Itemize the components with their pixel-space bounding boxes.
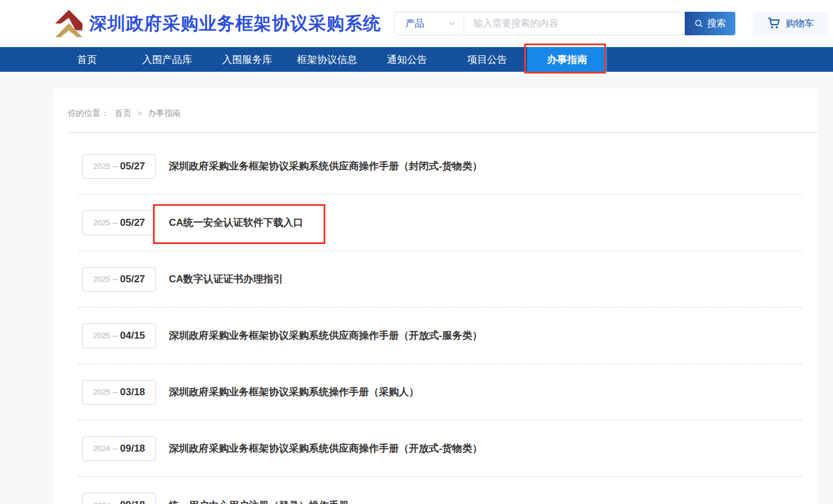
document-title-link[interactable]: 深圳政府采购业务框架协议采购系统供应商操作手册（开放式-服务类） (169, 329, 482, 342)
content-card: 你的位置： 首页 > 办事指南 2025 -- 05/27 深圳政府采购业务框架… (53, 88, 818, 504)
logo[interactable]: 深圳政府采购业务框架协议采购系统 (53, 8, 381, 39)
breadcrumb-prefix: 你的位置： (68, 108, 109, 119)
date-year: 2025 (93, 162, 110, 171)
search-button-label: 搜索 (707, 18, 726, 30)
search-input[interactable] (464, 12, 685, 35)
date-monthday: 05/27 (120, 217, 145, 229)
date-dash: -- (112, 275, 118, 283)
date-badge: 2024 -- 09/18 (82, 436, 156, 461)
list-item[interactable]: 2025 -- 05/27 CA数字认证证书办理指引 (78, 251, 802, 308)
date-dash: -- (112, 388, 118, 396)
date-monthday: 05/27 (120, 161, 145, 172)
nav-item-service-guide[interactable]: 办事指南 (527, 47, 607, 72)
date-year: 2024 (93, 501, 110, 504)
date-dash: -- (112, 162, 118, 171)
search-button[interactable]: 搜索 (685, 12, 735, 35)
content-background: 你的位置： 首页 > 办事指南 2025 -- 05/27 深圳政府采购业务框架… (0, 88, 833, 504)
top-header: 深圳政府采购业务框架协议采购系统 产品 搜索 购物车 (0, 0, 833, 47)
nav-item-framework-agreement-info[interactable]: 框架协议信息 (287, 47, 367, 72)
date-monthday: 05/27 (120, 273, 145, 285)
document-title-link[interactable]: 深圳政府采购业务框架协议采购系统操作手册（采购人） (169, 385, 419, 399)
date-dash: -- (112, 218, 118, 227)
list-item[interactable]: 2025 -- 04/15 深圳政府采购业务框架协议采购系统供应商操作手册（开放… (78, 308, 802, 364)
nav-item-notices[interactable]: 通知公告 (367, 47, 447, 72)
document-list: 2025 -- 05/27 深圳政府采购业务框架协议采购系统供应商操作手册（封闭… (78, 138, 802, 504)
date-year: 2024 (93, 444, 110, 453)
date-monthday: 03/18 (120, 386, 145, 398)
date-monthday: 04/15 (120, 330, 145, 342)
list-item[interactable]: 2025 -- 05/27 深圳政府采购业务框架协议采购系统供应商操作手册（封闭… (78, 138, 802, 195)
date-dash: -- (112, 331, 118, 340)
date-dash: -- (112, 444, 118, 453)
list-item[interactable]: 2024 -- 09/18 深圳政府采购业务框架协议采购系统供应商操作手册（开放… (78, 420, 802, 477)
date-year: 2025 (93, 331, 110, 340)
document-title-link[interactable]: 统一用户中心用户注册（登录）操作手册 (169, 499, 349, 504)
date-year: 2025 (93, 275, 110, 283)
search-category-value: 产品 (405, 18, 424, 30)
breadcrumb-home-link[interactable]: 首页 (115, 108, 131, 119)
date-monthday: 09/18 (120, 499, 145, 504)
cart-button-label: 购物车 (786, 18, 814, 30)
search-icon (694, 19, 704, 28)
document-title-link[interactable]: CA数字认证证书办理指引 (169, 272, 284, 286)
date-monthday: 09/18 (120, 443, 145, 455)
page: 深圳政府采购业务框架协议采购系统 产品 搜索 购物车 首页 入围产品库 (0, 0, 833, 504)
logo-diamond-icon (53, 8, 85, 39)
breadcrumb: 你的位置： 首页 > 办事指南 (53, 88, 818, 119)
date-dash: -- (112, 501, 118, 504)
main-nav: 首页 入围产品库 入围服务库 框架协议信息 通知公告 项目公告 办事指南 (0, 47, 833, 72)
breadcrumb-divider (68, 132, 818, 133)
search-bar: 产品 搜索 (394, 12, 735, 35)
chevron-down-icon (448, 20, 455, 27)
date-badge: 2025 -- 03/18 (82, 380, 156, 405)
date-year: 2025 (93, 388, 110, 396)
nav-item-home[interactable]: 首页 (47, 47, 127, 72)
date-badge: 2025 -- 05/27 (82, 154, 156, 179)
nav-item-shortlisted-services[interactable]: 入围服务库 (207, 47, 287, 72)
date-badge: 2025 -- 05/27 (82, 211, 156, 235)
date-badge: 2025 -- 04/15 (82, 323, 156, 348)
document-title-link[interactable]: 深圳政府采购业务框架协议采购系统供应商操作手册（开放式-货物类） (169, 442, 482, 455)
cart-button[interactable]: 购物车 (753, 12, 828, 35)
nav-item-shortlisted-products[interactable]: 入围产品库 (127, 47, 207, 72)
list-item[interactable]: 2025 -- 05/27 CA统一安全认证软件下载入口 (78, 195, 802, 251)
cart-icon (768, 18, 781, 29)
list-item[interactable]: 2024 -- 09/18 统一用户中心用户注册（登录）操作手册 (78, 477, 802, 504)
search-category-select[interactable]: 产品 (395, 12, 464, 35)
document-title-link[interactable]: CA统一安全认证软件下载入口 (169, 216, 304, 229)
breadcrumb-current: 办事指南 (148, 108, 181, 119)
date-badge: 2024 -- 09/18 (82, 493, 156, 504)
date-year: 2025 (93, 218, 110, 227)
site-title: 深圳政府采购业务框架协议采购系统 (89, 12, 381, 36)
breadcrumb-separator: > (137, 109, 142, 118)
nav-item-project-announcements[interactable]: 项目公告 (447, 47, 527, 72)
document-title-link[interactable]: 深圳政府采购业务框架协议采购系统供应商操作手册（封闭式-货物类） (169, 159, 482, 173)
list-item[interactable]: 2025 -- 03/18 深圳政府采购业务框架协议采购系统操作手册（采购人） (78, 364, 802, 420)
date-badge: 2025 -- 05/27 (82, 267, 156, 292)
